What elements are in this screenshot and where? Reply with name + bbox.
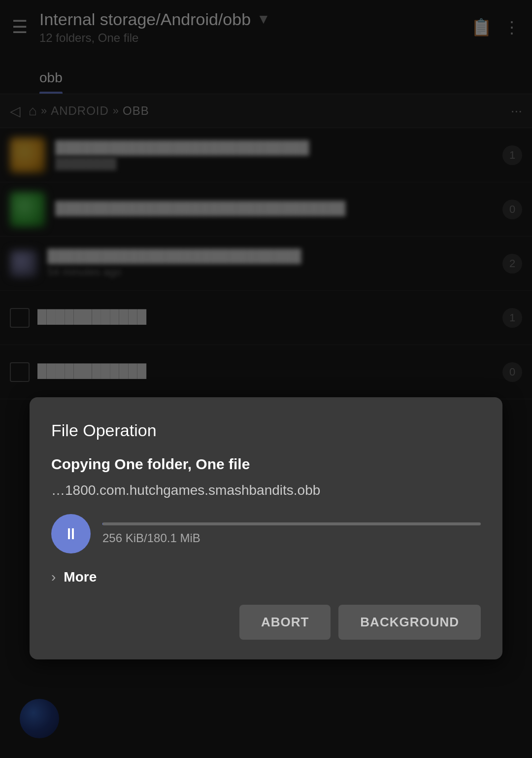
dialog-operation-text: Copying One folder, One file [51, 456, 481, 473]
more-row[interactable]: › More [51, 569, 481, 585]
dialog-actions: ABORT BACKGROUND [51, 605, 481, 640]
progress-text: 256 KiB/180.1 MiB [102, 531, 481, 545]
dialog-title: File Operation [51, 421, 481, 440]
more-chevron-icon: › [51, 569, 56, 585]
background-button[interactable]: BACKGROUND [338, 605, 481, 640]
pause-icon: ⏸ [63, 525, 79, 543]
progress-area: 256 KiB/180.1 MiB [102, 522, 481, 545]
dialog-filename: …1800.com.hutchgames.smashbandits.obb [51, 482, 481, 498]
dialog-progress-row: ⏸ 256 KiB/180.1 MiB [51, 514, 481, 553]
progress-bar-track [102, 522, 481, 525]
pause-button[interactable]: ⏸ [51, 514, 91, 553]
abort-button[interactable]: ABORT [239, 605, 331, 640]
progress-bar-fill [102, 522, 103, 525]
more-label: More [64, 569, 97, 585]
file-operation-dialog: File Operation Copying One folder, One f… [30, 397, 502, 659]
